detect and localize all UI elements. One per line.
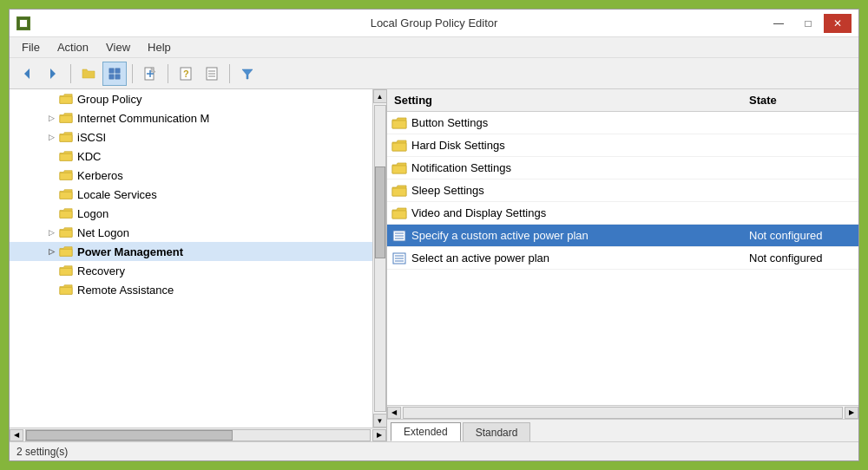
filter-button[interactable] (235, 62, 260, 86)
svg-rect-4 (23, 23, 27, 27)
tree-item[interactable]: Locale Services (10, 185, 372, 204)
folder-icon (387, 140, 411, 152)
tree-item[interactable]: Remote Assistance (10, 280, 372, 299)
help-button[interactable]: ? (174, 62, 198, 86)
right-item-name: Button Settings (411, 116, 746, 129)
svg-rect-22 (60, 96, 72, 103)
tree-item[interactable]: Recovery (10, 261, 372, 280)
svg-marker-6 (50, 69, 56, 79)
right-list-item[interactable]: Button Settings (387, 112, 858, 134)
svg-rect-7 (109, 68, 114, 72)
right-hscroll-track[interactable] (403, 407, 843, 419)
right-list-item[interactable]: Select an active power plan Not configur… (387, 247, 858, 270)
tree-label: Power Management (77, 245, 183, 258)
right-list-item[interactable]: Specify a custom active power plan Not c… (387, 225, 858, 247)
tree-label: Group Policy (77, 93, 141, 106)
left-pane: Group Policy▷ Internet Communication M▷ … (10, 89, 387, 441)
vscroll-track[interactable] (374, 105, 386, 412)
toolbar: ? (10, 58, 858, 89)
tree-label: Recovery (77, 264, 125, 277)
tree-item[interactable]: Logon (10, 204, 372, 223)
right-hscroll-left[interactable]: ◀ (387, 407, 401, 419)
tree-item[interactable]: ▷ Internet Communication M (10, 108, 372, 127)
left-vscrollbar[interactable]: ▲ ▼ (372, 89, 386, 428)
folder-icon (58, 225, 74, 239)
title-bar: Local Group Policy Editor — □ ✕ (10, 10, 858, 37)
svg-rect-8 (115, 68, 120, 72)
folder-icon (58, 168, 74, 182)
maximize-button[interactable]: □ (794, 14, 822, 33)
tree-item[interactable]: ▷ Power Management (10, 242, 372, 261)
col-setting-header: Setting (387, 94, 746, 107)
svg-rect-29 (60, 230, 72, 237)
tree-view[interactable]: Group Policy▷ Internet Communication M▷ … (10, 89, 372, 428)
svg-rect-31 (60, 268, 72, 275)
hscroll-thumb[interactable] (26, 430, 233, 441)
tab-extended[interactable]: Extended (391, 422, 461, 441)
tree-item[interactable]: ▷ Net Logon (10, 223, 372, 242)
tree-arrow: ▷ (44, 245, 58, 258)
toolbar-separator-1 (70, 64, 71, 83)
tree-label: Logon (77, 207, 108, 220)
menu-view[interactable]: View (97, 39, 139, 55)
menu-bar: File Action View Help (10, 37, 858, 58)
left-hscrollbar[interactable]: ◀ ▶ (10, 428, 386, 441)
hscroll-right-arrow[interactable]: ▶ (372, 429, 386, 441)
tab-standard[interactable]: Standard (463, 422, 531, 441)
svg-rect-28 (60, 211, 72, 218)
right-item-name: Select an active power plan (411, 251, 746, 264)
right-list-item[interactable]: Notification Settings (387, 157, 858, 180)
right-pane: Setting State Button Settings Hard Disk … (387, 89, 858, 441)
tree-item[interactable]: ▷ iSCSI (10, 127, 372, 147)
hscroll-left-arrow[interactable]: ◀ (10, 429, 23, 441)
tree-arrow-placeholder (44, 92, 58, 106)
right-hscrollbar[interactable]: ◀ ▶ (387, 405, 858, 419)
folder-icon (58, 206, 74, 220)
vscroll-thumb[interactable] (375, 166, 385, 258)
tree-label: iSCSI (77, 131, 106, 144)
folder-button[interactable] (76, 62, 101, 86)
new-doc-button[interactable] (138, 62, 162, 86)
title-bar-left (16, 16, 30, 30)
tree-item[interactable]: Kerberos (10, 166, 372, 185)
svg-rect-2 (23, 20, 27, 23)
menu-action[interactable]: Action (49, 39, 97, 55)
tree-item[interactable]: Group Policy (10, 89, 372, 108)
svg-text:?: ? (183, 69, 189, 79)
svg-rect-1 (20, 20, 23, 23)
hscroll-track[interactable] (25, 429, 371, 441)
properties-button[interactable] (200, 62, 224, 86)
tree-item[interactable]: KDC (10, 147, 372, 166)
menu-help[interactable]: Help (139, 39, 180, 55)
tree-arrow-placeholder (44, 283, 58, 297)
tree-label: Locale Services (77, 188, 157, 201)
right-header: Setting State (387, 89, 858, 112)
toolbar-separator-4 (229, 64, 230, 83)
folder-icon (387, 185, 411, 197)
folder-icon (58, 92, 74, 106)
svg-rect-35 (392, 166, 406, 173)
forward-button[interactable] (41, 62, 65, 86)
right-item-name: Video and Display Settings (411, 206, 746, 219)
tree-arrow-placeholder (44, 187, 58, 201)
folder-icon (58, 283, 74, 297)
tree-arrow: ▷ (44, 130, 58, 144)
minimize-button[interactable]: — (765, 14, 792, 33)
vscroll-up-arrow[interactable]: ▲ (373, 89, 387, 103)
tree-arrow-placeholder (44, 264, 58, 277)
svg-rect-32 (60, 287, 72, 294)
close-button[interactable]: ✕ (824, 14, 852, 33)
right-list-item[interactable]: Sleep Settings (387, 180, 858, 202)
right-hscroll-right[interactable]: ▶ (845, 407, 858, 419)
svg-marker-5 (24, 69, 30, 79)
menu-file[interactable]: File (13, 39, 49, 55)
right-list-item[interactable]: Hard Disk Settings (387, 134, 858, 157)
left-pane-inner: Group Policy▷ Internet Communication M▷ … (10, 89, 386, 428)
folder-icon (58, 245, 74, 258)
show-hide-button[interactable] (102, 62, 127, 86)
back-button[interactable] (15, 62, 39, 86)
right-item-name: Sleep Settings (411, 184, 746, 197)
right-list-item[interactable]: Video and Display Settings (387, 202, 858, 225)
vscroll-down-arrow[interactable]: ▼ (373, 414, 387, 428)
right-item-state: Not configured (746, 251, 858, 264)
